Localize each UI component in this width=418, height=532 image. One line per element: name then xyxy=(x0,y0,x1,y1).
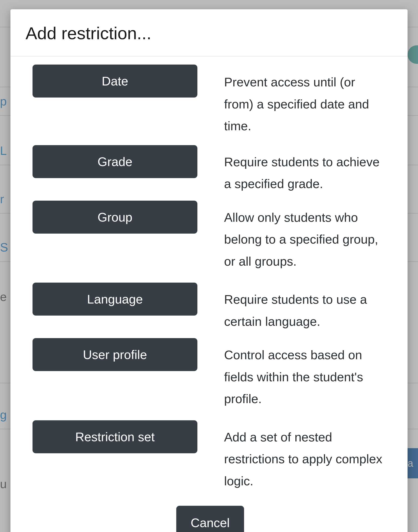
user-profile-button[interactable]: User profile xyxy=(33,338,197,371)
restriction-set-button[interactable]: Restriction set xyxy=(33,420,197,453)
modal-header: Add restriction... xyxy=(11,9,407,57)
restriction-row-language: Language Require students to use a certa… xyxy=(33,283,388,332)
group-description: Allow only students who belong to a spec… xyxy=(224,201,388,272)
restriction-row-group: Group Allow only students who belong to … xyxy=(33,201,388,272)
modal-body: Date Prevent access until (or from) a sp… xyxy=(11,57,407,532)
group-button[interactable]: Group xyxy=(33,201,197,234)
cancel-button[interactable]: Cancel xyxy=(176,506,244,532)
date-description: Prevent access until (or from) a specifi… xyxy=(224,65,388,137)
user-profile-description: Control access based on fields within th… xyxy=(224,338,388,410)
restriction-row-user-profile: User profile Control access based on fie… xyxy=(33,338,388,410)
grade-button[interactable]: Grade xyxy=(33,145,197,178)
modal-footer: Cancel xyxy=(33,502,388,532)
language-description: Require students to use a certain langua… xyxy=(224,283,388,332)
restriction-set-description: Add a set of nested restrictions to appl… xyxy=(224,420,388,492)
modal-overlay: Add restriction... Date Prevent access u… xyxy=(0,0,418,532)
language-button[interactable]: Language xyxy=(33,283,197,316)
modal-title: Add restriction... xyxy=(25,23,393,43)
date-button[interactable]: Date xyxy=(33,65,197,98)
restriction-row-grade: Grade Require students to achieve a spec… xyxy=(33,145,388,195)
restriction-row-restriction-set: Restriction set Add a set of nested rest… xyxy=(33,420,388,492)
restriction-row-date: Date Prevent access until (or from) a sp… xyxy=(33,65,388,137)
grade-description: Require students to achieve a specified … xyxy=(224,145,388,195)
add-restriction-modal: Add restriction... Date Prevent access u… xyxy=(11,9,407,532)
